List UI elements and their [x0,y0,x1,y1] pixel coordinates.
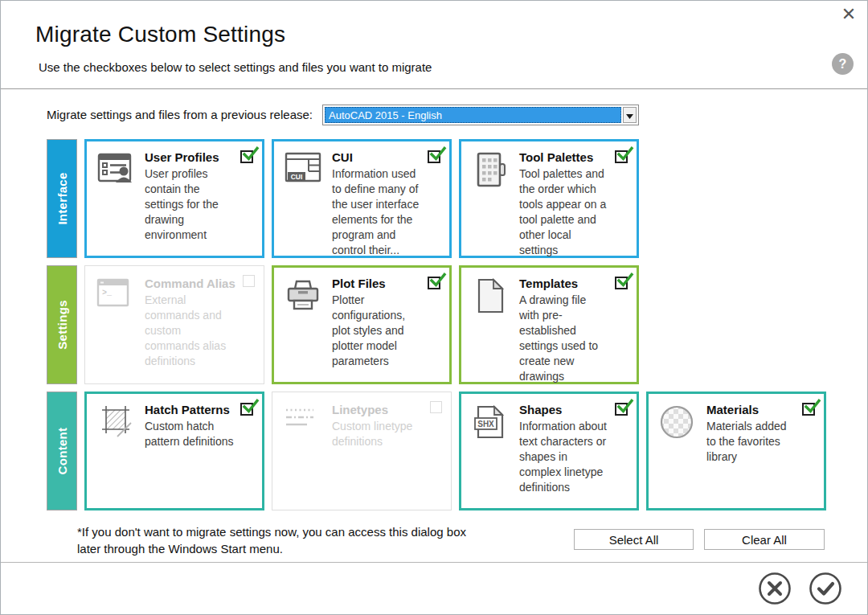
dialog-header: Migrate Custom Settings Use the checkbox… [1,1,867,89]
card-text: Tool PalettesTool palettes and the order… [519,150,628,258]
card-title: Templates [519,277,609,290]
card-title: Command Alias [145,277,235,290]
clear-all-button[interactable]: Clear All [704,529,825,550]
card-command-alias[interactable]: >_ Command AliasExternal commands and cu… [84,265,264,384]
card-description: Materials added to the favorites library [706,419,796,465]
help-button[interactable]: ? [832,53,854,75]
materials-icon [659,404,696,440]
svg-text:SHX: SHX [477,420,494,428]
group-row-settings: Settings >_ Command AliasExternal comman… [47,265,826,384]
card-checkbox[interactable] [243,275,255,287]
group-label-interface: Interface [47,139,77,258]
page-title: Migrate Custom Settings [35,22,285,47]
tool-palettes-icon [472,152,509,187]
card-text: TemplatesA drawing file with pre-establi… [519,277,628,384]
shapes-icon: SHX [472,404,509,440]
command-alias-icon: >_ [96,277,133,312]
svg-text:CUI: CUI [291,173,303,181]
card-checkbox[interactable] [615,403,628,416]
user-profiles-icon [97,152,134,187]
hatch-patterns-icon [97,404,134,440]
card-description: External commands and custom commands al… [145,293,235,369]
card-title: Materials [706,403,796,416]
card-title: Shapes [519,403,609,416]
card-grid: Interface User ProfilesUser profiles con… [47,139,826,518]
release-dropdown[interactable]: AutoCAD 2015 - English [322,105,639,125]
card-text: ShapesInformation about text characters … [519,403,628,495]
card-checkbox[interactable] [240,403,253,416]
page-subtitle: Use the checkboxes below to select setti… [39,60,432,74]
card-checkbox[interactable] [428,150,440,163]
card-description: Custom hatch pattern definitions [145,419,235,449]
group-label-text: Content [55,428,69,475]
close-icon: ✕ [841,4,856,24]
chevron-down-icon [626,108,633,122]
card-checkbox[interactable] [615,150,628,163]
release-dropdown-value: AutoCAD 2015 - English [325,107,621,123]
card-title: CUI [332,150,422,164]
card-text: User ProfilesUser profiles contain the s… [145,150,254,243]
card-description: Custom linetype definitions [332,419,422,449]
card-title: Tool Palettes [519,150,609,164]
group-label-text: Interface [55,172,69,224]
release-dropdown-arrow-button[interactable] [623,107,637,123]
group-row-interface: Interface User ProfilesUser profiles con… [47,139,826,258]
card-description: Information used to define many of the u… [332,166,422,258]
card-description: User profiles contain the settings for t… [145,166,235,243]
select-all-button[interactable]: Select All [574,529,694,550]
card-text: LinetypesCustom linetype definitions [332,403,441,449]
card-text: Plot FilesPlotter configurations, plot s… [332,277,441,369]
help-icon: ? [839,57,847,71]
ok-icon [809,596,842,608]
card-plot-files[interactable]: Plot FilesPlotter configurations, plot s… [272,265,452,384]
card-title: Hatch Patterns [145,403,235,416]
group-label-text: Settings [55,300,69,350]
group-label-content: Content [47,392,77,510]
action-bar [1,562,867,614]
card-title: Linetypes [332,403,422,416]
card-title: Plot Files [332,277,422,290]
cancel-icon [758,596,792,608]
group-row-content: Content Hatch PatternsCustom hatch patte… [47,392,826,510]
card-checkbox[interactable] [615,277,628,289]
card-templates[interactable]: TemplatesA drawing file with pre-establi… [459,265,639,384]
linetypes-icon [283,403,320,438]
plot-files-icon [285,278,321,314]
footer-note: *If you don't want to migrate settings n… [77,523,466,557]
card-text: Hatch PatternsCustom hatch pattern defin… [145,403,254,449]
card-materials[interactable]: MaterialsMaterials added to the favorite… [646,392,826,510]
card-tool-palettes[interactable]: Tool PalettesTool palettes and the order… [459,139,639,258]
card-checkbox[interactable] [428,277,440,289]
card-checkbox[interactable] [240,150,253,163]
card-text: MaterialsMaterials added to the favorite… [706,403,816,465]
card-linetypes[interactable]: LinetypesCustom linetype definitions [272,392,452,510]
close-button[interactable]: ✕ [838,4,859,25]
cui-icon: CUI [285,152,321,187]
templates-icon [472,278,509,314]
card-title: User Profiles [145,150,235,164]
footer-note-line2: later through the Windows Start menu. [77,540,466,557]
cancel-button[interactable] [758,572,792,605]
svg-text:>_: >_ [102,289,113,297]
card-description: Plotter configurations, plot styles and … [332,293,422,369]
card-shapes[interactable]: SHX ShapesInformation about text charact… [459,392,639,510]
footer-note-line1: *If you don't want to migrate settings n… [77,523,466,540]
card-text: Command AliasExternal commands and custo… [145,277,254,369]
card-hatch-patterns[interactable]: Hatch PatternsCustom hatch pattern defin… [84,392,264,510]
card-checkbox[interactable] [430,401,442,413]
card-user-profiles[interactable]: User ProfilesUser profiles contain the s… [84,139,264,258]
release-selector-label: Migrate settings and files from a previo… [47,108,313,121]
card-description: Information about text characters or sha… [519,419,609,495]
group-label-settings: Settings [47,265,77,384]
card-description: Tool palettes and the order which tools … [519,166,609,258]
card-checkbox[interactable] [802,403,815,416]
migrate-custom-settings-dialog: Migrate Custom Settings Use the checkbox… [0,0,868,615]
ok-button[interactable] [809,572,842,605]
card-description: A drawing file with pre-established sett… [519,293,609,384]
card-text: CUIInformation used to define many of th… [332,150,441,258]
card-cui[interactable]: CUI CUIInformation used to define many o… [272,139,452,258]
